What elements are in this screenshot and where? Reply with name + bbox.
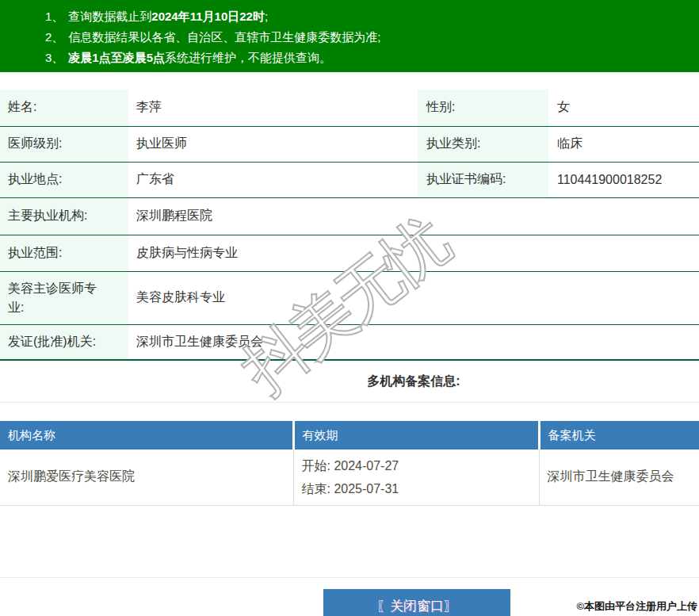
field-label-issuing-authority: 发证(批准)机关:: [0, 324, 128, 360]
notice-text-bold: 凌晨1点至凌晨5点: [68, 51, 165, 64]
filing-authority: 深圳市卫生健康委员会: [539, 450, 699, 505]
field-label-cosmetic-specialty: 美容主诊医师专业:: [0, 271, 128, 324]
notice-number: 3、: [45, 51, 63, 64]
notice-item-1: 1、查询数据截止到2024年11月10日22时;: [45, 6, 699, 27]
field-value-practice-class: 临床: [548, 126, 699, 162]
footer-divider: [0, 577, 699, 578]
field-value-cosmetic-specialty: 美容皮肤科专业: [128, 271, 699, 324]
attribution-text: ©本图由平台注册用户上传: [576, 599, 697, 614]
practitioner-info-table: 姓名: 李萍 性别: 女 医师级别: 执业医师 执业类别: 临床 执业地点: 广…: [0, 90, 699, 361]
field-value-certificate-no: 110441900018252: [548, 162, 699, 197]
notice-number: 2、: [45, 30, 63, 44]
notice-text: 查询数据截止到: [68, 10, 151, 23]
field-label-main-institution: 主要执业机构:: [0, 197, 128, 235]
notice-text: 信息数据结果以各省、自治区、直辖市卫生健康委数据为准;: [68, 30, 380, 44]
field-value-practice-scope: 皮肤病与性病专业: [128, 235, 699, 271]
table-row: 美容主诊医师专业: 美容皮肤科专业: [0, 271, 699, 324]
field-value-name: 李萍: [128, 90, 418, 126]
table-row: 主要执业机构: 深圳鹏程医院: [0, 197, 699, 235]
notice-item-2: 2、信息数据结果以各省、自治区、直辖市卫生健康委数据为准;: [45, 27, 699, 48]
filing-data-row: 深圳鹏爱医疗美容医院 开始: 2024-07-27 结束: 2025-07-31…: [0, 450, 699, 505]
notice-bar: 1、查询数据截止到2024年11月10日22时; 2、信息数据结果以各省、自治区…: [0, 0, 699, 72]
field-label-certificate-no: 执业证书编码:: [418, 162, 548, 197]
field-label-name: 姓名:: [0, 90, 128, 126]
field-label-practice-place: 执业地点:: [0, 162, 128, 197]
notice-number: 1、: [45, 10, 63, 23]
notice-text: 系统进行维护，不能提供查询。: [165, 51, 331, 64]
column-header-authority: 备案机关: [539, 421, 699, 450]
close-window-button[interactable]: 〖关闭窗口〗: [323, 589, 510, 616]
section-title: 多机构备案信息:: [367, 373, 460, 390]
filing-validity-end: 结束: 2025-07-31: [302, 477, 538, 500]
filing-validity-start: 开始: 2024-07-27: [302, 454, 538, 477]
table-row: 姓名: 李萍 性别: 女: [0, 90, 699, 126]
filing-header-row: 机构名称 有效期 备案机关: [0, 421, 699, 450]
field-value-issuing-authority: 深圳市卫生健康委员会: [128, 324, 699, 360]
field-value-gender: 女: [548, 90, 699, 126]
column-header-org-name: 机构名称: [0, 421, 293, 450]
field-label-doctor-level: 医师级别:: [0, 126, 128, 162]
field-value-doctor-level: 执业医师: [128, 126, 418, 162]
field-value-main-institution: 深圳鹏程医院: [128, 197, 699, 235]
field-value-practice-place: 广东省: [128, 162, 418, 197]
section-title-zone: 多机构备案信息:: [0, 361, 699, 403]
column-header-validity: 有效期: [293, 421, 539, 450]
notice-item-3: 3、凌晨1点至凌晨5点系统进行维护，不能提供查询。: [45, 48, 699, 68]
field-label-practice-class: 执业类别:: [418, 126, 548, 162]
notice-text: ;: [265, 10, 268, 23]
filing-validity: 开始: 2024-07-27 结束: 2025-07-31: [293, 450, 539, 505]
filing-table: 机构名称 有效期 备案机关 深圳鹏爱医疗美容医院 开始: 2024-07-27 …: [0, 421, 699, 506]
filing-org-name: 深圳鹏爱医疗美容医院: [0, 450, 293, 505]
table-row: 执业范围: 皮肤病与性病专业: [0, 235, 699, 271]
field-label-practice-scope: 执业范围:: [0, 235, 128, 271]
table-row: 医师级别: 执业医师 执业类别: 临床: [0, 126, 699, 162]
notice-text-bold: 2024年11月10日22时: [151, 10, 265, 23]
table-row: 执业地点: 广东省 执业证书编码: 110441900018252: [0, 162, 699, 197]
table-row: 发证(批准)机关: 深圳市卫生健康委员会: [0, 324, 699, 360]
field-label-gender: 性别:: [418, 90, 548, 126]
